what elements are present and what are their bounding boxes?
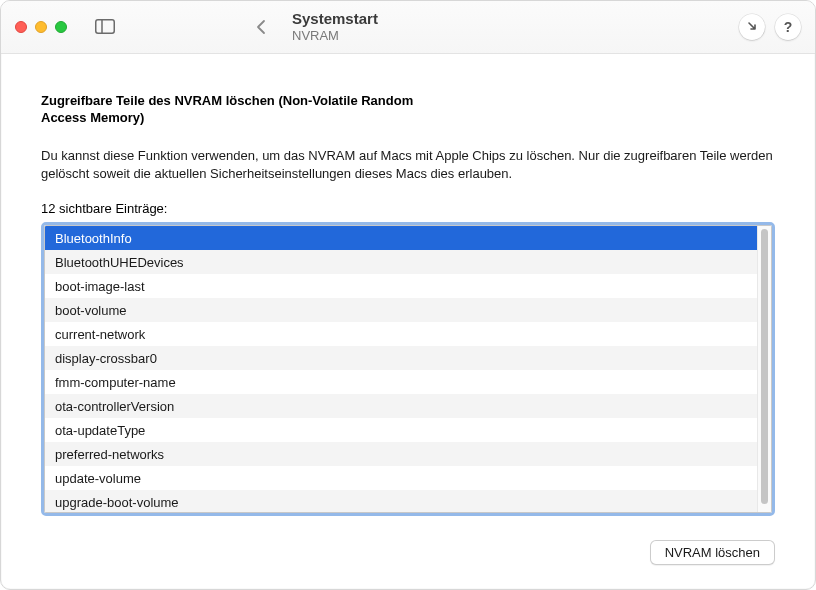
- question-mark-icon: ?: [784, 19, 793, 35]
- page-title: Systemstart: [292, 10, 378, 27]
- list-item[interactable]: BluetoothUHEDevices: [45, 250, 757, 274]
- page-subtitle: NVRAM: [292, 28, 378, 43]
- section-heading: Zugreifbare Teile des NVRAM löschen (Non…: [41, 92, 441, 127]
- list-item[interactable]: current-network: [45, 322, 757, 346]
- list-item[interactable]: BluetoothInfo: [45, 226, 757, 250]
- help-button[interactable]: ?: [775, 14, 801, 40]
- zoom-window-button[interactable]: [55, 21, 67, 33]
- list-item[interactable]: fmm-computer-name: [45, 370, 757, 394]
- toolbar: Systemstart NVRAM ?: [1, 1, 815, 54]
- sidebar-icon: [95, 19, 115, 34]
- toolbar-right: ?: [739, 14, 801, 40]
- window-controls: [15, 21, 67, 33]
- list-item[interactable]: boot-volume: [45, 298, 757, 322]
- toggle-sidebar-button[interactable]: [89, 14, 121, 40]
- title-block: Systemstart NVRAM: [248, 10, 568, 43]
- scrollbar-thumb[interactable]: [761, 229, 768, 504]
- collapse-button[interactable]: [739, 14, 765, 40]
- section-description: Du kannst diese Funktion verwenden, um d…: [41, 147, 775, 183]
- svg-rect-0: [96, 20, 115, 34]
- back-button[interactable]: [248, 14, 274, 40]
- clear-nvram-button[interactable]: NVRAM löschen: [650, 540, 775, 565]
- close-window-button[interactable]: [15, 21, 27, 33]
- minimize-window-button[interactable]: [35, 21, 47, 33]
- list-item[interactable]: ota-controllerVersion: [45, 394, 757, 418]
- list-item[interactable]: ota-updateType: [45, 418, 757, 442]
- list-item[interactable]: update-volume: [45, 466, 757, 490]
- arrow-down-right-icon: [746, 20, 759, 33]
- list-item[interactable]: boot-image-last: [45, 274, 757, 298]
- nvram-entries-listbox[interactable]: BluetoothInfoBluetoothUHEDevicesboot-ima…: [41, 222, 775, 516]
- list-item[interactable]: preferred-networks: [45, 442, 757, 466]
- list-item[interactable]: display-crossbar0: [45, 346, 757, 370]
- chevron-left-icon: [256, 19, 266, 35]
- list-item[interactable]: upgrade-boot-volume: [45, 490, 757, 512]
- window: Systemstart NVRAM ? Zugreifbare Teile de…: [0, 0, 816, 590]
- scrollbar[interactable]: [757, 226, 771, 512]
- content: Zugreifbare Teile des NVRAM löschen (Non…: [1, 54, 815, 589]
- entry-count-label: 12 sichtbare Einträge:: [41, 201, 775, 216]
